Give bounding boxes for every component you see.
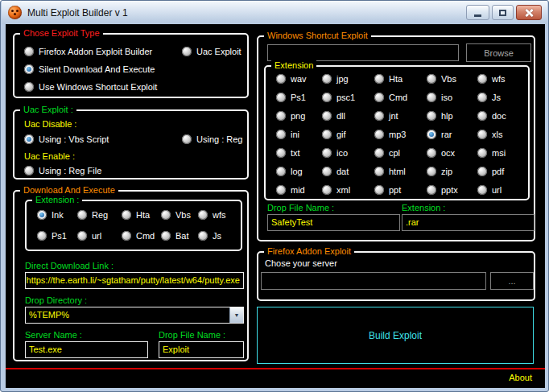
radio-ext-psc1[interactable]: psc1: [322, 93, 374, 102]
titlebar[interactable]: Multi Exploit Builder v 1: [2, 1, 547, 24]
radio-label: Using : Vbs Script: [39, 134, 109, 144]
close-icon: [524, 8, 534, 18]
radio-label: Silent Download And Execute: [39, 64, 155, 74]
radio-ext-wfs[interactable]: wfs: [198, 210, 239, 220]
radio-label: Cmd: [389, 93, 407, 102]
browse-button[interactable]: Browse: [466, 43, 531, 62]
radio-ext-Bat[interactable]: Bat: [161, 231, 198, 241]
radio-ext-Cmd[interactable]: Cmd: [122, 231, 161, 241]
radio-label: Uac Exploit: [196, 47, 241, 56]
radio-ext-xls[interactable]: xls: [477, 130, 530, 139]
radio-label: Hta: [389, 74, 402, 84]
radio-label: ico: [336, 148, 348, 158]
radio-ext-mid[interactable]: mid: [276, 185, 322, 195]
radio-label: Reg: [92, 210, 108, 220]
radio-ext-Hta[interactable]: Hta: [122, 210, 161, 220]
radio-icon: [322, 148, 332, 158]
group-firefox-addon-exploit: Firefox Addon Exploit Chose your server …: [257, 251, 535, 301]
radio-ext-Vbs[interactable]: Vbs: [427, 74, 477, 84]
radio-icon: [427, 130, 436, 139]
radio-using-reg[interactable]: Using : Reg: [182, 134, 242, 144]
radio-label: doc: [492, 111, 506, 121]
radio-ext-html[interactable]: html: [374, 167, 427, 176]
radio-ext-dat[interactable]: dat: [322, 167, 374, 176]
radio-uac-exploit[interactable]: Uac Exploit: [182, 47, 241, 56]
radio-silent-download-and-execute[interactable]: Silent Download And Execute: [24, 64, 155, 74]
radio-ext-wav[interactable]: wav: [276, 74, 322, 84]
radio-ext-doc[interactable]: doc: [477, 111, 530, 121]
radio-icon: [322, 111, 332, 121]
radio-using-reg-file[interactable]: Using : Reg File: [24, 166, 101, 175]
radio-icon: [24, 166, 34, 175]
minimize-button[interactable]: [466, 5, 489, 20]
radio-ext-zip[interactable]: zip: [427, 167, 477, 176]
radio-ext-gif[interactable]: gif: [322, 130, 374, 139]
radio-icon: [276, 185, 286, 195]
radio-firefox-addon-exploit-builder[interactable]: Firefox Addon Exploit Builder: [24, 47, 152, 56]
radio-ext-jnt[interactable]: jnt: [374, 111, 427, 121]
radio-using-vbs-script[interactable]: Using : Vbs Script: [24, 134, 109, 144]
radio-ext-url[interactable]: url: [477, 185, 530, 195]
radio-ext-jpg[interactable]: jpg: [322, 74, 374, 84]
radio-label: wfs: [492, 74, 506, 84]
radio-ext-Reg[interactable]: Reg: [77, 210, 122, 220]
radio-icon: [37, 210, 47, 220]
radio-ext-xml[interactable]: xml: [322, 185, 374, 195]
radio-ext-Js[interactable]: Js: [198, 231, 239, 241]
drop-file-name-input[interactable]: Exploit: [159, 341, 244, 358]
radio-label: xls: [492, 130, 502, 139]
radio-ext-wfs[interactable]: wfs: [477, 74, 530, 84]
radio-ext-log[interactable]: log: [276, 167, 322, 176]
radio-ext-png[interactable]: png: [276, 111, 322, 121]
shortcut-file-path-input[interactable]: [267, 44, 459, 61]
radio-ext-url[interactable]: url: [77, 231, 122, 241]
radio-label: Ps1: [52, 231, 67, 241]
radio-ext-ppt[interactable]: ppt: [374, 185, 427, 195]
radio-ext-ocx[interactable]: ocx: [427, 148, 477, 158]
extension-label: Extension :: [402, 203, 445, 213]
radio-ext-ini[interactable]: ini: [276, 130, 322, 139]
radio-ext-pptx[interactable]: pptx: [427, 185, 477, 195]
radio-ext-Ink[interactable]: Ink: [37, 210, 77, 220]
radio-ext-Vbs[interactable]: Vbs: [161, 210, 198, 220]
radio-ext-Ps1[interactable]: Ps1: [37, 231, 77, 241]
server-name-input[interactable]: Test.exe: [25, 341, 148, 358]
radio-icon: [322, 93, 332, 102]
radio-ext-Ps1[interactable]: Ps1: [276, 93, 322, 102]
radio-ext-ico[interactable]: ico: [322, 148, 374, 158]
radio-ext-txt[interactable]: txt: [276, 148, 322, 158]
radio-ext-mp3[interactable]: mp3: [374, 130, 427, 139]
radio-icon: [427, 111, 436, 121]
drop-directory-combobox[interactable]: %TEMP% ▼: [25, 307, 244, 324]
chevron-down-icon[interactable]: ▼: [229, 307, 243, 323]
group-download-and-execute: Download And Execute Extension : Ink Reg…: [13, 190, 249, 361]
radio-label: log: [291, 167, 303, 176]
radio-ext-Js[interactable]: Js: [477, 93, 530, 102]
radio-ext-Hta[interactable]: Hta: [374, 74, 427, 84]
about-link[interactable]: About: [509, 373, 532, 382]
radio-ext-Cmd[interactable]: Cmd: [374, 93, 427, 102]
radio-ext-hlp[interactable]: hlp: [427, 111, 477, 121]
firefox-server-path-input[interactable]: [261, 272, 486, 290]
app-icon: [8, 6, 22, 19]
shortcut-drop-file-name-input[interactable]: SafetyTest: [267, 214, 400, 231]
radio-ext-dll[interactable]: dll: [322, 111, 374, 121]
footer-divider: [6, 368, 545, 369]
radio-ext-msi[interactable]: msi: [477, 148, 530, 158]
close-button[interactable]: [516, 5, 542, 20]
radio-icon: [122, 231, 131, 241]
maximize-button[interactable]: [492, 5, 514, 20]
radio-ext-cpl[interactable]: cpl: [374, 148, 427, 158]
radio-use-windows-shortcut-exploit[interactable]: Use Windows Shortcut Exploit: [24, 82, 157, 92]
build-exploit-button[interactable]: Build Exploit: [257, 307, 534, 364]
radio-ext-rar[interactable]: rar: [427, 130, 477, 139]
shortcut-extension-input[interactable]: .rar: [402, 214, 535, 231]
radio-icon: [374, 167, 384, 176]
radio-ext-iso[interactable]: iso: [427, 93, 477, 102]
radio-ext-pdf[interactable]: pdf: [477, 167, 530, 176]
radio-icon: [477, 111, 487, 121]
radio-label: wav: [291, 74, 307, 84]
radio-icon: [374, 130, 384, 139]
direct-download-link-input[interactable]: https://the.earth.li/~sgtatham/putty/lat…: [25, 272, 244, 289]
firefox-browse-button[interactable]: ...: [490, 272, 534, 290]
